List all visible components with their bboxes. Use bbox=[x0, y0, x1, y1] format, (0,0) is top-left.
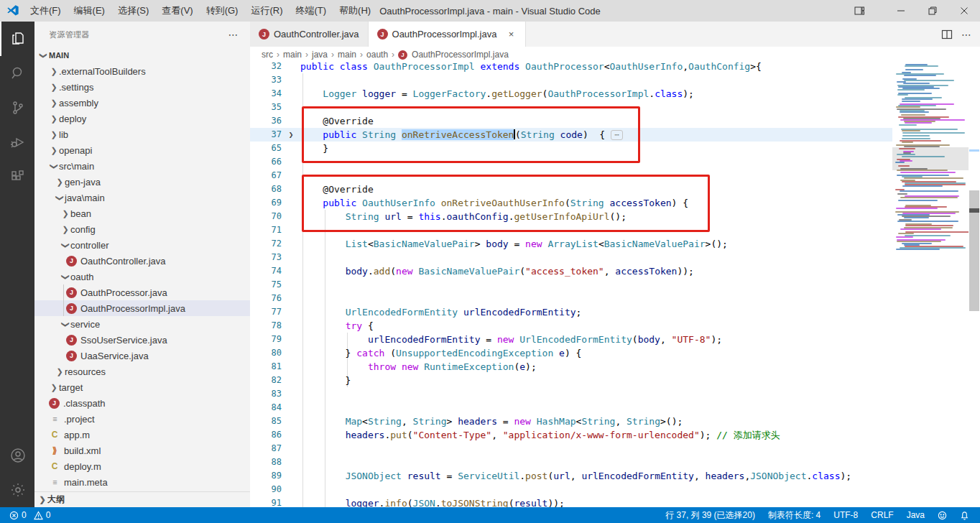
menu-item[interactable]: 文件(F) bbox=[24, 0, 68, 22]
code-line-68[interactable]: 68 @Override bbox=[250, 182, 892, 196]
breadcrumb-item[interactable]: oauth bbox=[365, 50, 389, 60]
tree-file-OauthProcessorImpl-java[interactable]: JOauthProcessorImpl.java bbox=[34, 300, 250, 316]
code-line-70[interactable]: 70 String url = this.oauthConfig.getUser… bbox=[250, 210, 892, 223]
code-line-75[interactable]: 75 bbox=[250, 278, 892, 292]
tree-file-app-m[interactable]: Capp.m bbox=[34, 427, 250, 443]
tree-folder-deploy[interactable]: ❯deploy bbox=[34, 111, 250, 126]
maximize-restore-button[interactable] bbox=[917, 0, 948, 22]
tab-OauthProcessorImpl-java[interactable]: JOauthProcessorImpl.java× bbox=[369, 22, 527, 47]
problems-status[interactable]: 0 0 bbox=[6, 507, 54, 523]
settings-gear-icon[interactable] bbox=[0, 473, 34, 507]
tree-folder-resources[interactable]: ❯resources bbox=[34, 364, 250, 379]
search-icon[interactable] bbox=[0, 56, 34, 91]
sidebar-section-main[interactable]: ❯ MAIN bbox=[34, 47, 250, 63]
tree-folder-config[interactable]: ❯config bbox=[34, 221, 250, 237]
tree-file-OauthController-java[interactable]: JOauthController.java bbox=[34, 253, 250, 269]
sidebar-more-actions-icon[interactable]: ⋯ bbox=[226, 29, 241, 40]
menu-item[interactable]: 帮助(H) bbox=[333, 0, 377, 22]
code-line-34[interactable]: 34 Logger logger = LoggerFactory.getLogg… bbox=[250, 87, 892, 101]
outline-section[interactable]: ❯ 大纲 bbox=[34, 491, 250, 507]
code-line-80[interactable]: 80 } catch (UnsupportedEncodingException… bbox=[250, 346, 892, 360]
tree-folder-assembly[interactable]: ❯assembly bbox=[34, 95, 250, 111]
minimap[interactable] bbox=[892, 63, 969, 507]
code-line-89[interactable]: 89 JSONObject result = ServiceUtil.post(… bbox=[250, 469, 892, 483]
code-line-33[interactable]: 33 bbox=[250, 73, 892, 87]
menu-item[interactable]: 转到(G) bbox=[200, 0, 245, 22]
code-line-83[interactable]: 83 bbox=[250, 387, 892, 401]
tree-folder-bean[interactable]: ❯bean bbox=[34, 205, 250, 221]
code-line-90[interactable]: 90 bbox=[250, 483, 892, 496]
cursor-position[interactable]: 行 37, 列 39 (已选择20) bbox=[662, 507, 759, 523]
code-line-66[interactable]: 66 bbox=[250, 155, 892, 169]
tree-file-UaaService-java[interactable]: JUaaService.java bbox=[34, 348, 250, 364]
tree-folder--settings[interactable]: ❯.settings bbox=[34, 79, 250, 95]
breadcrumb-item[interactable]: src bbox=[260, 50, 274, 60]
language-indicator[interactable]: Java bbox=[903, 507, 928, 523]
code-line-32[interactable]: 32public class OauthProcessorImpl extend… bbox=[250, 63, 892, 73]
breadcrumb-file[interactable]: OauthProcessorImpl.java bbox=[410, 50, 510, 60]
tree-file--classpath[interactable]: J.classpath bbox=[34, 395, 250, 411]
breadcrumb-item[interactable]: java bbox=[310, 50, 329, 60]
tree-file--project[interactable]: ≡.project bbox=[34, 411, 250, 427]
encoding-indicator[interactable]: UTF-8 bbox=[830, 507, 861, 523]
code-line-35[interactable]: 35 bbox=[250, 101, 892, 114]
tab-size-indicator[interactable]: 制表符长度: 4 bbox=[764, 507, 824, 523]
code-line-73[interactable]: 73 bbox=[250, 251, 892, 264]
menu-item[interactable]: 查看(V) bbox=[155, 0, 199, 22]
menu-item[interactable]: 运行(R) bbox=[244, 0, 289, 22]
split-editor-icon[interactable] bbox=[941, 29, 953, 40]
tree-folder--externalToolBuilders[interactable]: ❯.externalToolBuilders bbox=[34, 63, 250, 79]
close-tab-icon[interactable]: × bbox=[505, 29, 517, 40]
code-line-91[interactable]: 91 logger.info(JSON.toJSONString(result)… bbox=[250, 496, 892, 507]
code-viewport[interactable]: 32public class OauthProcessorImpl extend… bbox=[250, 63, 980, 507]
code-line-77[interactable]: 77 UrlEncodedFormEntity urlEncodedFormEn… bbox=[250, 305, 892, 319]
code-line-88[interactable]: 88 bbox=[250, 455, 892, 469]
tree-folder-src-main[interactable]: ❯src\main bbox=[34, 158, 250, 174]
tree-folder-oauth[interactable]: ❯oauth bbox=[34, 269, 250, 284]
tree-folder-target[interactable]: ❯target bbox=[34, 379, 250, 395]
tree-folder-controller[interactable]: ❯controller bbox=[34, 237, 250, 253]
code-line-69[interactable]: 69 public OauthUserInfo onRetriveOauthUs… bbox=[250, 196, 892, 210]
menu-item[interactable]: 终端(T) bbox=[289, 0, 333, 22]
fold-collapsed-icon[interactable]: ❯ bbox=[282, 128, 300, 142]
tree-folder-openapi[interactable]: ❯openapi bbox=[34, 142, 250, 158]
breadcrumb-item[interactable]: main bbox=[336, 50, 358, 60]
code-line-72[interactable]: 72 List<BasicNameValuePair> body = new A… bbox=[250, 237, 892, 251]
tab-OauthController-java[interactable]: JOauthController.java bbox=[250, 22, 369, 47]
tree-file-main-meta[interactable]: ≡main.meta bbox=[34, 474, 250, 490]
code-line-84[interactable]: 84 bbox=[250, 401, 892, 415]
code-line-81[interactable]: 81 throw new RuntimeException(e); bbox=[250, 360, 892, 374]
explorer-icon[interactable] bbox=[0, 22, 34, 56]
code-line-36[interactable]: 36 @Override bbox=[250, 114, 892, 128]
tree-file-SsoUserService-java[interactable]: JSsoUserService.java bbox=[34, 332, 250, 348]
code-line-78[interactable]: 78 try { bbox=[250, 319, 892, 333]
code-line-37[interactable]: 37❯ public String onRetriveAccessToken(S… bbox=[250, 128, 892, 142]
code-line-82[interactable]: 82 } bbox=[250, 374, 892, 387]
tree-folder-gen-java[interactable]: ❯gen-java bbox=[34, 174, 250, 190]
vertical-scrollbar[interactable] bbox=[969, 63, 980, 507]
notifications-bell-icon[interactable] bbox=[956, 507, 973, 523]
code-line-67[interactable]: 67 bbox=[250, 169, 892, 182]
menu-item[interactable]: 编辑(E) bbox=[68, 0, 111, 22]
code-line-74[interactable]: 74 body.add(new BasicNameValuePair("acce… bbox=[250, 264, 892, 278]
code-line-76[interactable]: 76 bbox=[250, 292, 892, 305]
layout-toggle-icon[interactable] bbox=[843, 0, 875, 22]
run-debug-icon[interactable] bbox=[0, 125, 34, 159]
tree-folder-java-main[interactable]: ❯java\main bbox=[34, 190, 250, 205]
code-line-65[interactable]: 65 } bbox=[250, 142, 892, 155]
code-line-79[interactable]: 79 urlEncodedFormEntity = new UrlEncoded… bbox=[250, 333, 892, 346]
tree-file-deploy-m[interactable]: Cdeploy.m bbox=[34, 458, 250, 474]
feedback-icon[interactable] bbox=[934, 507, 951, 523]
close-window-button[interactable] bbox=[948, 0, 980, 22]
code-line-71[interactable]: 71 bbox=[250, 223, 892, 237]
account-icon[interactable] bbox=[0, 438, 34, 473]
minimize-button[interactable] bbox=[885, 0, 917, 22]
more-actions-icon[interactable]: ⋯ bbox=[961, 29, 971, 40]
extensions-icon[interactable] bbox=[0, 159, 34, 194]
code-line-86[interactable]: 86 headers.put("Content-Type", "applicat… bbox=[250, 428, 892, 442]
tree-folder-service[interactable]: ❯service bbox=[34, 316, 250, 332]
source-control-icon[interactable] bbox=[0, 91, 34, 125]
menu-item[interactable]: 选择(S) bbox=[111, 0, 155, 22]
breadcrumb-item[interactable]: main bbox=[282, 50, 303, 60]
tree-folder-lib[interactable]: ❯lib bbox=[34, 126, 250, 142]
